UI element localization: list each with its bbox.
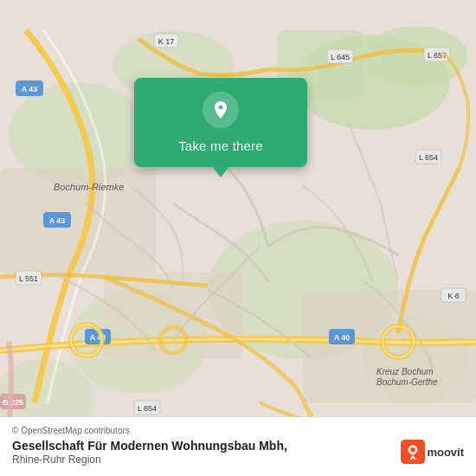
svg-text:Bochum-Riemke: Bochum-Riemke — [54, 182, 124, 192]
svg-text:K 6: K 6 — [447, 292, 460, 300]
svg-point-2 — [363, 26, 467, 87]
svg-text:A 43: A 43 — [22, 85, 38, 93]
map-container: A 43 A 43 K 17 L 645 L 657 L 654 L 551 A… — [0, 0, 476, 476]
info-panel: © OpenStreetMap contributors Gesellschaf… — [0, 417, 476, 476]
svg-text:K 17: K 17 — [158, 37, 175, 46]
moovit-logo: moovit — [401, 440, 464, 464]
svg-text:A 40: A 40 — [334, 333, 351, 342]
svg-text:L 551: L 551 — [19, 274, 38, 283]
place-region: Rhine-Ruhr Region — [12, 453, 464, 466]
place-name: Gesellschaft Für Modernen Wohnungsbau Mb… — [12, 439, 464, 453]
popup-card: Take me there — [134, 78, 307, 167]
svg-text:Kreuz Bochum: Kreuz Bochum — [376, 367, 434, 376]
svg-text:A 43: A 43 — [49, 216, 66, 225]
svg-text:L 654: L 654 — [138, 404, 157, 413]
pin-icon — [210, 100, 231, 120]
svg-point-49 — [411, 447, 415, 452]
take-me-there-button[interactable]: Take me there — [178, 137, 263, 155]
svg-text:L 645: L 645 — [331, 53, 350, 61]
copyright-text: © OpenStreetMap contributors — [12, 426, 464, 435]
moovit-logo-icon — [401, 440, 425, 464]
svg-text:Bochum-Gerthe: Bochum-Gerthe — [376, 377, 438, 387]
moovit-text: moovit — [427, 446, 464, 459]
location-icon — [203, 92, 239, 128]
map-background: A 43 A 43 K 17 L 645 L 657 L 654 L 551 A… — [0, 0, 476, 476]
svg-text:L 654: L 654 — [419, 153, 438, 162]
